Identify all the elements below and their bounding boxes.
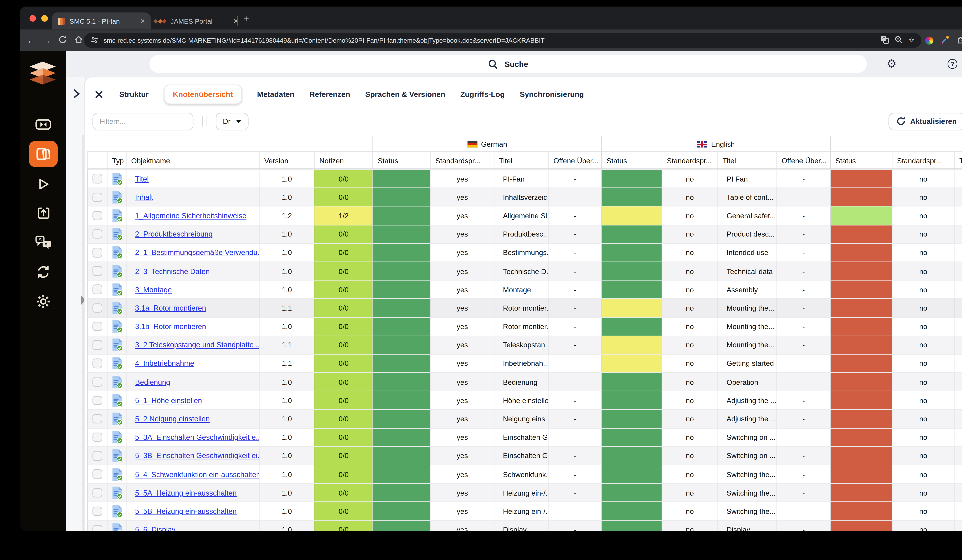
- browser-tab-active[interactable]: SMC 5.1 - PI-fan ×: [52, 13, 151, 30]
- row-checkbox[interactable]: [92, 488, 102, 497]
- object-link[interactable]: 5_5A_Heizung ein-ausschalten: [135, 489, 237, 497]
- row-checkbox[interactable]: [92, 507, 102, 516]
- site-settings-icon[interactable]: [90, 36, 98, 45]
- object-link[interactable]: 5_4_Schwenkfunktion ein-ausschalten: [135, 470, 259, 478]
- row-checkbox[interactable]: [92, 229, 102, 239]
- tab-sprachen-versionen[interactable]: Sprachen & Versionen: [365, 90, 445, 98]
- column-header[interactable]: Status: [830, 152, 892, 169]
- column-header[interactable]: Offene Über...: [776, 152, 830, 169]
- browser-tab-inactive[interactable]: JAMES Portal ×: [148, 13, 244, 30]
- row-checkbox[interactable]: [92, 174, 102, 183]
- translate-icon[interactable]: G: [881, 35, 889, 45]
- object-link[interactable]: 4_Inbetriebnahme: [135, 359, 194, 367]
- back-icon[interactable]: ←: [27, 35, 36, 45]
- sidebar-item-sync[interactable]: [29, 259, 58, 285]
- row-checkbox[interactable]: [92, 211, 102, 220]
- tab-close-icon[interactable]: ×: [140, 16, 145, 26]
- tab-struktur[interactable]: Struktur: [119, 90, 148, 98]
- status-cell-x: [830, 428, 892, 446]
- object-link[interactable]: Titel: [135, 175, 149, 183]
- home-icon[interactable]: [74, 35, 83, 45]
- column-header[interactable]: Version: [259, 152, 314, 169]
- address-bar[interactable]: smc-red.ec-systems.de/SMC-MARKETING/#id=…: [84, 33, 921, 48]
- row-checkbox[interactable]: [92, 525, 102, 531]
- object-link[interactable]: 5_2 Neigung einstellen: [135, 415, 210, 423]
- object-link[interactable]: 2_3_Technische Daten: [135, 267, 210, 275]
- help-icon[interactable]: ?: [947, 59, 957, 69]
- extension-colorpicker-icon[interactable]: [941, 34, 949, 46]
- column-header[interactable]: Objektname: [126, 152, 259, 169]
- column-header[interactable]: Typ: [107, 152, 126, 169]
- sidebar-item-settings[interactable]: [29, 288, 58, 315]
- row-checkbox[interactable]: [92, 266, 102, 276]
- object-link[interactable]: 3_2 Teleskopstange und Standplatte ...: [135, 341, 259, 349]
- default-language-cell-en: no: [662, 188, 717, 206]
- expand-chevron-icon[interactable]: [71, 88, 81, 100]
- column-header[interactable]: Titel: [494, 152, 548, 169]
- object-link[interactable]: 2_Produktbeschreibung: [135, 230, 213, 238]
- bookmark-star-icon[interactable]: ☆: [908, 36, 915, 44]
- zoom-find-icon[interactable]: [894, 35, 903, 45]
- object-link[interactable]: 1_Allgemeine Sicherheitshinweise: [135, 212, 247, 220]
- row-checkbox[interactable]: [92, 470, 102, 479]
- tab-zugriffs-log[interactable]: Zugriffs-Log: [460, 90, 505, 98]
- minimize-window-button[interactable]: [41, 15, 48, 21]
- object-link[interactable]: Inhalt: [135, 193, 153, 201]
- row-checkbox[interactable]: [92, 322, 102, 331]
- column-header[interactable]: Status: [601, 152, 662, 169]
- column-header[interactable]: Standardspr...: [662, 152, 717, 169]
- tab-referenzen[interactable]: Referenzen: [309, 90, 350, 98]
- object-link[interactable]: 3_Montage: [135, 286, 172, 293]
- tab-knoten-bersicht[interactable]: Knotenübersicht: [164, 85, 242, 104]
- settings-gear-icon[interactable]: ⚙: [886, 58, 897, 69]
- sidebar-item-translations[interactable]: Ax: [29, 229, 58, 256]
- column-header[interactable]: Status: [373, 152, 430, 169]
- row-checkbox[interactable]: [92, 303, 102, 313]
- column-header[interactable]: Standardspr...: [430, 152, 494, 169]
- sidebar-item-books[interactable]: [29, 141, 58, 167]
- filter-input[interactable]: [92, 112, 194, 130]
- row-checkbox[interactable]: [92, 451, 102, 460]
- row-checkbox[interactable]: [92, 377, 102, 386]
- scrollbar-track[interactable]: [82, 135, 85, 531]
- row-checkbox[interactable]: [92, 359, 102, 368]
- url-text[interactable]: smc-red.ec-systems.de/SMC-MARKETING/#id=…: [103, 37, 875, 44]
- row-checkbox[interactable]: [92, 340, 102, 349]
- row-checkbox[interactable]: [92, 396, 102, 405]
- row-checkbox[interactable]: [92, 414, 102, 423]
- column-header[interactable]: Titel: [954, 152, 962, 169]
- new-tab-button[interactable]: +: [243, 13, 249, 24]
- column-header[interactable]: Notizen: [314, 152, 373, 169]
- refresh-button[interactable]: Aktualisieren: [888, 112, 962, 130]
- object-link[interactable]: 5_3A_Einschalten Geschwindigkeit e...: [135, 433, 259, 441]
- object-link[interactable]: 3.1b_Rotor montieren: [135, 322, 206, 330]
- sidebar-item-viewer[interactable]: [29, 111, 58, 137]
- row-checkbox[interactable]: [92, 433, 102, 442]
- sidebar-item-publish[interactable]: [29, 200, 58, 226]
- object-link[interactable]: 3.1a_Rotor montieren: [135, 304, 206, 312]
- row-checkbox[interactable]: [92, 248, 102, 257]
- row-checkbox[interactable]: [92, 285, 102, 294]
- object-link[interactable]: 5_3B_Einschalten Geschwindigkeit ei...: [135, 452, 259, 460]
- object-link[interactable]: 5_5B_Heizung ein-ausschalten: [135, 507, 237, 515]
- global-search-bar[interactable]: Suche: [150, 55, 867, 73]
- column-header[interactable]: Titel: [717, 152, 776, 169]
- extensions-puzzle-icon[interactable]: [957, 34, 962, 46]
- row-checkbox[interactable]: [92, 192, 102, 202]
- sidebar-item-publications[interactable]: [29, 171, 58, 197]
- close-panel-icon[interactable]: ✕: [94, 88, 104, 101]
- reload-icon[interactable]: [58, 35, 67, 45]
- language-dropdown[interactable]: Dr: [216, 112, 249, 130]
- object-link[interactable]: 5_1_Höhe einstellen: [135, 396, 202, 404]
- object-link[interactable]: Bedienung: [135, 378, 170, 386]
- object-link[interactable]: 2_1_Bestimmungsgemäße Verwendu...: [135, 249, 259, 256]
- object-link[interactable]: 5_6_Display: [135, 526, 176, 531]
- title-cell-en: Getting started: [717, 354, 776, 372]
- extension-eye-icon[interactable]: [925, 36, 933, 44]
- forward-icon[interactable]: →: [43, 35, 51, 45]
- close-window-button[interactable]: [29, 15, 36, 21]
- tab-synchronisierung[interactable]: Synchronisierung: [520, 90, 584, 98]
- column-header[interactable]: Offene Über...: [548, 152, 601, 169]
- tab-metadaten[interactable]: Metadaten: [257, 90, 294, 98]
- column-header[interactable]: Standardspr...: [892, 152, 954, 169]
